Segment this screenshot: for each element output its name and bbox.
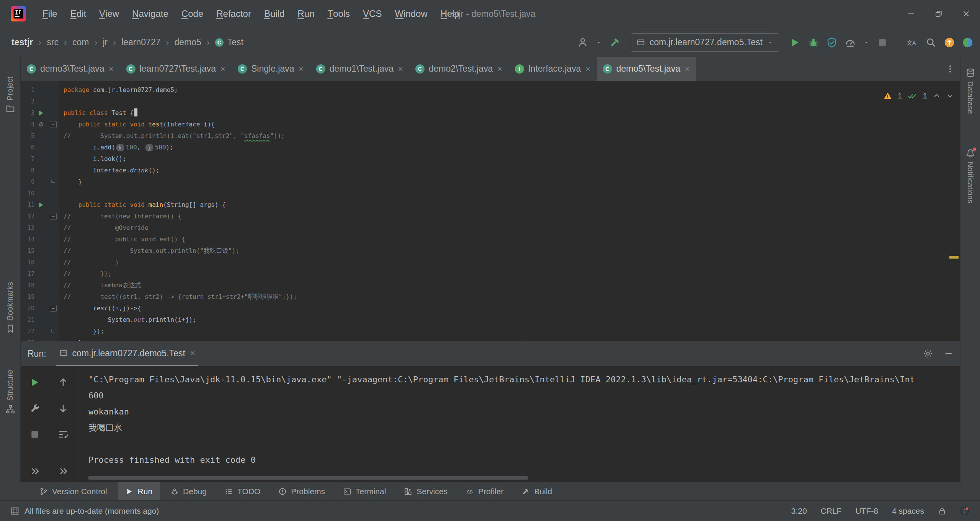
chevron-down-icon[interactable]: [946, 92, 954, 100]
toolwindow-button-terminal[interactable]: Terminal: [336, 482, 394, 500]
breadcrumb-item-test[interactable]: CTest: [215, 37, 243, 48]
breadcrumb-item-learn0727[interactable]: learn0727: [121, 37, 160, 48]
tool-window-button-bookmarks[interactable]: Bookmarks: [6, 282, 15, 333]
code-text[interactable]: [59, 188, 64, 199]
tab-options[interactable]: [946, 57, 960, 81]
chevron-up-icon[interactable]: [933, 92, 941, 100]
run-line-icon[interactable]: [37, 201, 45, 209]
toolwindow-button-services[interactable]: Services: [397, 482, 455, 500]
menu-view[interactable]: View: [93, 0, 126, 28]
close-icon[interactable]: ×: [220, 64, 225, 74]
status-item-4-spaces[interactable]: 4 spaces: [892, 506, 924, 516]
translate-icon[interactable]: 文A: [906, 37, 918, 48]
fold-collapse-icon[interactable]: −: [50, 213, 57, 220]
breadcrumb-item-testjr[interactable]: testjr: [11, 37, 33, 48]
editor-tab-demo5-test-java[interactable]: Cdemo5\Test.java×: [597, 57, 696, 81]
menu-tools[interactable]: Tools: [321, 0, 356, 28]
close-icon[interactable]: ×: [299, 64, 304, 74]
code-text[interactable]: // @Override: [59, 222, 149, 234]
more-actions-icon[interactable]: [58, 466, 69, 477]
horizontal-scrollbar[interactable]: [88, 476, 528, 480]
code-text[interactable]: // System.out.println(i.eat("str1,str2",…: [59, 130, 285, 142]
code-text[interactable]: [59, 96, 64, 107]
inspection-widget[interactable]: 1 1: [884, 91, 954, 100]
stop-button[interactable]: [877, 37, 888, 48]
status-item-3-20[interactable]: 3:20: [791, 506, 807, 516]
toolwindow-button-run[interactable]: Run: [118, 482, 160, 500]
editor-tab-learn0727-test-java[interactable]: Clearn0727\Test.java×: [120, 57, 232, 81]
translation-engine-icon[interactable]: [960, 506, 969, 516]
lock-icon[interactable]: [938, 507, 946, 515]
editor-tab-demo2-test-java[interactable]: Cdemo2\Test.java×: [409, 57, 509, 81]
toolwindow-button-version-control[interactable]: Version Control: [32, 482, 115, 500]
soft-wrap-icon[interactable]: [58, 429, 69, 440]
editor-tab-demo3-test-java[interactable]: Cdemo3\Test.java×: [21, 57, 120, 81]
code-text[interactable]: });: [59, 326, 104, 337]
maximize-button[interactable]: [925, 0, 952, 28]
code-text[interactable]: package com.jr.learn0727.demo5;: [59, 84, 178, 96]
code-text[interactable]: // test(new Interface() {: [59, 211, 181, 222]
toolwindow-button-build[interactable]: Build: [514, 482, 560, 500]
close-icon[interactable]: ×: [190, 349, 195, 358]
code-text[interactable]: // System.out.println("我吃口饭");: [59, 245, 239, 257]
minimize-button[interactable]: [897, 0, 925, 28]
user-icon[interactable]: [577, 37, 588, 48]
run-line-icon[interactable]: [37, 109, 45, 117]
coverage-button[interactable]: [826, 37, 837, 48]
run-console-tab[interactable]: com.jr.learn0727.demo5.Test ×: [56, 341, 198, 366]
tool-window-button-structure[interactable]: Structure: [6, 370, 15, 414]
gear-icon[interactable]: [923, 349, 933, 358]
toolwindow-button-profiler[interactable]: Profiler: [458, 482, 511, 500]
toolwindow-button-problems[interactable]: Problems: [271, 482, 333, 500]
code-text[interactable]: // });: [59, 268, 111, 280]
hide-panel-icon[interactable]: [944, 349, 953, 358]
code-text[interactable]: System.out.println(i+j);: [59, 314, 196, 326]
code-text[interactable]: // }: [59, 257, 119, 268]
up-stack-icon[interactable]: [58, 377, 69, 388]
close-icon[interactable]: ×: [684, 64, 690, 74]
rerun-button[interactable]: [29, 377, 40, 388]
scrollbar-warning-mark[interactable]: [949, 256, 959, 259]
fold-end-icon[interactable]: [50, 328, 56, 334]
status-item-crlf[interactable]: CRLF: [821, 506, 842, 516]
menu-edit[interactable]: Edit: [64, 0, 93, 28]
warning-icon[interactable]: [884, 92, 892, 100]
fold-collapse-icon[interactable]: −: [50, 121, 57, 128]
toolwindow-button-debug[interactable]: Debug: [163, 482, 214, 500]
fold-end-icon[interactable]: [50, 179, 56, 185]
editor-tab-interface-java[interactable]: IInterface.java×: [509, 57, 597, 81]
menu-window[interactable]: Window: [388, 0, 434, 28]
plugin-icon[interactable]: [962, 37, 973, 48]
close-icon[interactable]: ×: [585, 64, 591, 74]
code-editor[interactable]: 1package com.jr.learn0727.demo5;23public…: [21, 81, 960, 341]
editor-tab-single-java[interactable]: CSingle.java×: [232, 57, 310, 81]
update-icon[interactable]: [944, 37, 955, 48]
stop-button[interactable]: [29, 429, 40, 440]
code-text[interactable]: Interface.drink();: [59, 165, 159, 176]
close-icon[interactable]: ×: [497, 64, 503, 74]
run-config-select[interactable]: com.jr.learn0727.demo5.Test: [631, 33, 779, 52]
menu-navigate[interactable]: Navigate: [126, 0, 175, 28]
code-text[interactable]: }: [59, 176, 82, 188]
search-icon[interactable]: [926, 37, 936, 48]
code-text[interactable]: i.add(k100, j500);: [59, 142, 173, 153]
console-output[interactable]: "C:\Program Files\Java\jdk-11.0.15\bin\j…: [78, 366, 960, 482]
code-text[interactable]: public static void main(String[] args) {: [59, 199, 226, 211]
breadcrumb-item-com[interactable]: com: [72, 37, 89, 48]
breadcrumb-item-demo5[interactable]: demo5: [174, 37, 201, 48]
code-text[interactable]: test((i,j)->{: [59, 303, 141, 314]
toolwindow-button-todo[interactable]: TODO: [217, 482, 268, 500]
code-text[interactable]: public class Test {: [59, 107, 137, 119]
breadcrumb-item-jr[interactable]: jr: [103, 37, 108, 48]
code-text[interactable]: i.look();: [59, 153, 126, 165]
tool-window-button-notifications[interactable]: Notifications: [966, 149, 975, 203]
close-icon[interactable]: ×: [108, 64, 114, 74]
code-text[interactable]: // test((str1, str2) -> {return str1+str…: [59, 291, 297, 303]
debug-button[interactable]: [808, 37, 819, 48]
menu-file[interactable]: File: [36, 0, 64, 28]
fold-collapse-icon[interactable]: −: [50, 305, 57, 312]
tool-window-button-project[interactable]: Project: [6, 77, 15, 113]
chevron-down-icon[interactable]: [596, 39, 602, 46]
check-icon[interactable]: [908, 91, 917, 100]
code-text[interactable]: // lambda表达式: [59, 280, 141, 291]
